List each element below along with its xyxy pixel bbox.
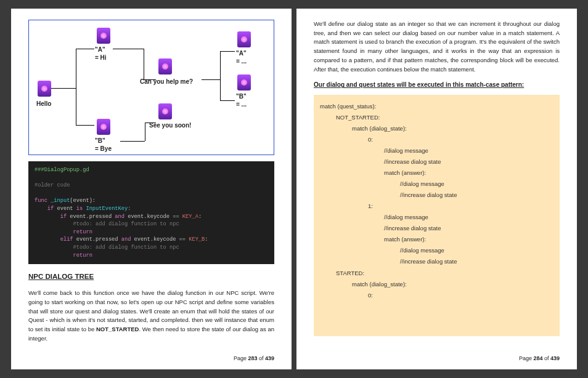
code-kw: is xyxy=(76,206,83,212)
code-txt: (event): xyxy=(70,198,96,204)
code-line: //increase dialog state xyxy=(320,223,553,234)
page-number: Page 283 of 439 xyxy=(234,355,274,363)
code-line: 1: xyxy=(320,201,553,212)
page-label: Page xyxy=(234,355,248,361)
code-kw: if xyxy=(35,214,67,220)
code-txt: event.keycode == xyxy=(131,236,189,243)
code-fn: _input xyxy=(47,198,70,204)
code-const: KEY_B xyxy=(189,236,205,243)
code-txt: event.pressed xyxy=(67,214,115,220)
sprite-icon xyxy=(158,103,172,119)
code-line: match (dialog_state): xyxy=(320,123,553,134)
body-paragraph: We'll define our dialog state as an inte… xyxy=(314,20,560,74)
page-label: Page xyxy=(519,355,534,361)
code-line: //increase dialog state xyxy=(320,156,553,167)
match-code-block: match (quest_status): NOT_STARTED: match… xyxy=(314,95,560,336)
diagram-label: = Hi xyxy=(95,53,107,63)
page-left: Hello "A" = Hi "B" = Bye Can you help me… xyxy=(11,9,292,369)
code-line: //increase dialog state xyxy=(320,190,553,201)
code-line: 0: xyxy=(320,290,553,301)
diagram-label: Can you help me? xyxy=(140,77,193,87)
code-block: ###DialogPopup.gd #older code func _inpu… xyxy=(28,161,274,264)
code-txt: event.keycode == xyxy=(125,214,182,220)
subheading: Our dialog and quest states will be exec… xyxy=(314,80,560,90)
dialog-tree-diagram: Hello "A" = Hi "B" = Bye Can you help me… xyxy=(28,20,274,155)
code-const: KEY_A xyxy=(182,214,198,220)
code-comment: #todo: add dialog function to npc xyxy=(35,244,179,251)
code-kw: return xyxy=(35,229,92,235)
code-kw: func xyxy=(35,198,47,204)
code-kw: and xyxy=(115,214,125,220)
code-line: NOT_STARTED: xyxy=(320,112,553,123)
diagram-label: = ... xyxy=(236,100,247,110)
sprite-icon xyxy=(97,119,110,135)
sprite-icon xyxy=(38,81,51,97)
sprite-icon xyxy=(158,58,172,74)
sprite-icon xyxy=(237,74,251,90)
code-line: ###DialogPopup.gd xyxy=(35,167,89,173)
code-kw: if xyxy=(35,206,54,212)
page-right: We'll define our dialog state as an inte… xyxy=(296,9,577,369)
page-total: 439 xyxy=(265,355,274,361)
page-spread: Hello "A" = Hi "B" = Bye Can you help me… xyxy=(11,9,577,369)
body-paragraph: We'll come back to this function once we… xyxy=(28,289,274,343)
page-label: of xyxy=(257,355,265,361)
code-txt: event xyxy=(54,206,76,212)
code-line: match (answer): xyxy=(320,234,553,245)
code-kw: return xyxy=(35,252,92,259)
code-line: //dialog message xyxy=(320,145,553,156)
code-txt: event.pressed xyxy=(73,236,121,243)
code-comment: #todo: add dialog function to npc xyxy=(35,221,179,227)
diagram-label: = ... xyxy=(236,57,247,66)
code-line: //dialog message xyxy=(320,245,553,256)
code-line: //increase dialog state xyxy=(320,256,553,267)
code-line: //dialog message xyxy=(320,212,553,223)
code-txt: : xyxy=(198,214,202,220)
code-txt: : xyxy=(205,236,208,243)
sprite-icon xyxy=(97,28,110,44)
page-current: 284 xyxy=(533,355,542,361)
code-line: #older code xyxy=(35,182,70,188)
para-bold: NOT_STARTED xyxy=(96,326,139,332)
code-line: match (dialog_state): xyxy=(320,279,553,290)
page-number: Page 284 of 439 xyxy=(519,355,560,363)
page-total: 439 xyxy=(550,355,560,361)
code-line: STARTED: xyxy=(320,268,553,279)
code-kw: and xyxy=(121,236,131,243)
code-line: match (answer): xyxy=(320,167,553,179)
code-line: //dialog message xyxy=(320,179,553,190)
code-kw: elif xyxy=(35,236,73,243)
page-label: of xyxy=(542,355,550,361)
code-line: 0: xyxy=(320,134,553,145)
sprite-icon xyxy=(237,31,251,47)
diagram-label: Hello xyxy=(36,99,51,109)
diagram-label: = Bye xyxy=(95,144,112,154)
code-line: match (quest_status): xyxy=(320,101,553,112)
code-type: InputEventKey: xyxy=(83,206,131,212)
section-heading: NPC DIALOG TREE xyxy=(28,271,274,283)
page-current: 283 xyxy=(248,355,257,361)
